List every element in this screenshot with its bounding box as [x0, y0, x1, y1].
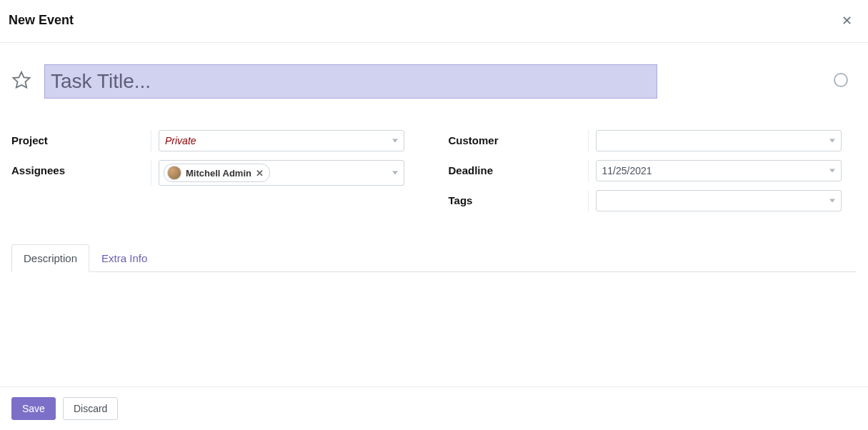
deadline-value: 11/25/2021 [602, 165, 652, 176]
remove-assignee-icon[interactable]: ✕ [256, 168, 264, 179]
deadline-input[interactable]: 11/25/2021 [596, 160, 842, 181]
project-select[interactable]: Private [159, 130, 404, 151]
tab-extra-info[interactable]: Extra Info [89, 244, 159, 272]
tags-label: Tags [449, 190, 588, 206]
save-button[interactable]: Save [11, 397, 56, 420]
chevron-down-icon [392, 139, 398, 143]
right-column: Customer Deadline 11/25/2021 [449, 130, 857, 220]
avatar [167, 166, 181, 180]
customer-label: Customer [449, 130, 588, 146]
tab-bar: Description Extra Info [11, 244, 857, 272]
left-column: Project Private Assignees [11, 130, 420, 220]
modal-footer: Save Discard [0, 386, 868, 430]
tags-select[interactable] [596, 190, 842, 211]
chevron-down-icon [829, 169, 835, 173]
tab-description[interactable]: Description [11, 244, 89, 272]
project-label: Project [11, 130, 151, 146]
deadline-label: Deadline [449, 160, 588, 176]
tags-row: Tags [449, 190, 857, 211]
discard-button[interactable]: Discard [63, 397, 118, 420]
new-event-modal: New Event ✕ Project Private [0, 0, 868, 430]
description-content[interactable] [11, 272, 857, 372]
tabs-container: Description Extra Info [11, 244, 857, 372]
modal-body: Project Private Assignees [0, 43, 868, 386]
assignees-select[interactable]: Mitchell Admin ✕ [159, 160, 404, 186]
assignees-label: Assignees [11, 160, 151, 176]
deadline-row: Deadline 11/25/2021 [449, 160, 857, 181]
chevron-down-icon [392, 171, 398, 175]
assignee-chip: Mitchell Admin ✕ [164, 164, 270, 182]
priority-star[interactable] [11, 70, 36, 93]
modal-title: New Event [9, 13, 74, 28]
customer-select[interactable] [596, 130, 842, 151]
modal-header: New Event ✕ [0, 0, 868, 43]
form-columns: Project Private Assignees [11, 130, 857, 220]
customer-row: Customer [449, 130, 857, 151]
task-title-input[interactable] [44, 64, 657, 99]
project-value: Private [165, 135, 196, 146]
assignee-name: Mitchell Admin [186, 168, 251, 179]
chevron-down-icon [829, 139, 835, 143]
project-row: Project Private [11, 130, 420, 151]
kanban-state-toggle[interactable] [834, 73, 848, 87]
assignees-row: Assignees Mitchell Admin ✕ [11, 160, 420, 186]
close-icon[interactable]: ✕ [842, 14, 857, 27]
star-icon [11, 70, 31, 93]
chevron-down-icon [829, 199, 835, 203]
title-row [11, 64, 857, 99]
